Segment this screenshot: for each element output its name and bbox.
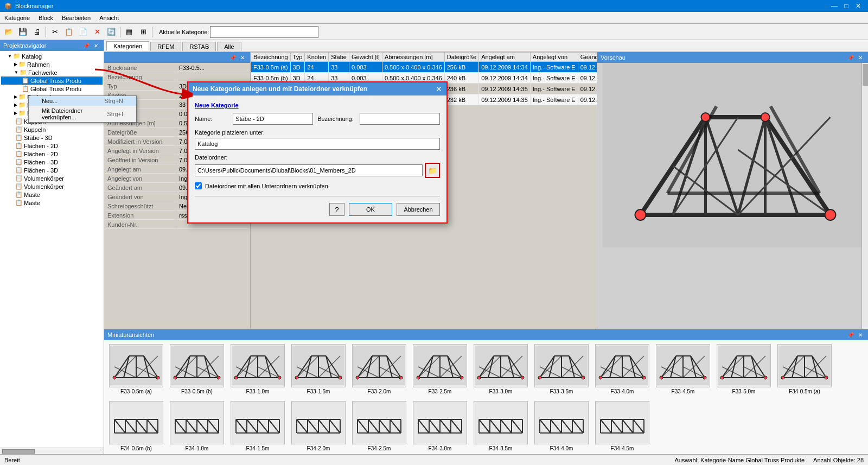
tree-item-flaechen2d-2[interactable]: 📋 Flächen - 2D — [1, 150, 103, 158]
thumbnail-item[interactable]: F33-2.0m — [349, 342, 409, 396]
thumbnail-item[interactable]: F33-4.0m — [592, 342, 652, 396]
thumbnail-item[interactable]: F34-1.0m — [167, 399, 227, 453]
thumbnail-item[interactable]: F34-0.5m (a) — [775, 342, 834, 396]
tree-item-global-truss-1[interactable]: 📋 Global Truss Produ — [1, 77, 103, 85]
thumbnail-item[interactable]: F33-1.5m — [289, 342, 348, 396]
menu-ansicht[interactable]: Ansicht — [95, 12, 123, 23]
toolbar-list[interactable]: ▦ — [123, 26, 136, 39]
thumbnail-item[interactable]: F34-3.0m — [410, 399, 470, 453]
thumbnail-image — [291, 401, 346, 444]
dialog-browse-button[interactable]: 📁 — [425, 163, 440, 178]
thumbnails-close-button[interactable]: ✕ — [856, 330, 865, 339]
col-geaendert-am: Geändert am — [578, 53, 597, 62]
table-row[interactable]: F33-0.5m (a)3D24330.0030.500 x 0.400 x 0… — [251, 62, 597, 73]
preview-canvas — [597, 63, 868, 329]
toolbar-copy[interactable]: 📋 — [62, 26, 75, 39]
tree-item-label: Global Truss Produ — [30, 86, 81, 92]
preview-pin-button[interactable]: 📌 — [846, 53, 855, 62]
dialog-dateiordner-section: Dateiordner: 📁 — [195, 154, 440, 178]
doc-icon: 📋 — [15, 183, 23, 190]
menu-bearbeiten[interactable]: Bearbeiten — [58, 12, 95, 23]
toolbar-grid[interactable]: ⊞ — [137, 26, 150, 39]
menu-kategorie[interactable]: Kategorie — [0, 12, 34, 23]
tree-item-rahmen[interactable]: ▶ 📁 Rahmen — [1, 60, 103, 68]
thumbnail-item[interactable]: F33-0.5m (b) — [167, 342, 227, 396]
details-field-value: F33-0.5... — [177, 64, 249, 72]
tree-item-global-truss-2[interactable]: 📋 Global Truss Produ — [1, 85, 103, 93]
sidebar-close-button[interactable]: ✕ — [92, 41, 100, 50]
thumbnail-item[interactable]: F34-2.5m — [349, 399, 409, 453]
thumbnail-item[interactable]: F34-0.5m (b) — [106, 399, 166, 453]
tab-alle[interactable]: Alle — [217, 42, 241, 51]
tab-rstab[interactable]: RSTAB — [182, 42, 216, 51]
tree-item-flaechen3d-2[interactable]: 📋 Flächen - 3D — [1, 166, 103, 174]
toolbar-print[interactable]: 🖨 — [30, 26, 43, 39]
thumbnail-item[interactable]: F33-1.0m — [228, 342, 288, 396]
minimize-button[interactable]: — — [829, 1, 840, 11]
tree-item-maste2[interactable]: 📋 Maste — [1, 199, 103, 207]
close-button[interactable]: ✕ — [853, 1, 864, 11]
thumbnail-image — [231, 401, 285, 444]
thumbnail-item[interactable]: F33-3.0m — [471, 342, 531, 396]
details-close-button[interactable]: ✕ — [238, 53, 247, 62]
dialog-path-input[interactable] — [195, 164, 423, 176]
thumbnail-item[interactable]: F34-2.0m — [289, 399, 348, 453]
details-field-label: Geöffnet in Version — [105, 156, 176, 164]
thumbnail-item[interactable]: F33-4.5m — [653, 342, 713, 396]
tree-item-katalog[interactable]: ▼ 📁 Katalog — [1, 52, 103, 60]
details-pin-button[interactable]: 📌 — [228, 53, 237, 62]
toolbar-cut[interactable]: ✂ — [48, 26, 61, 39]
dialog-checkbox-label: Dateiordner mit allen Unterordnern verkn… — [205, 183, 328, 189]
thumbnails-pin-button[interactable]: 📌 — [846, 330, 855, 339]
dialog-help-button[interactable]: ? — [329, 203, 344, 216]
tree-item-volumen2[interactable]: 📋 Volumenkörper — [1, 182, 103, 190]
sidebar-pin-button[interactable]: 📌 — [82, 41, 91, 50]
thumbnail-item[interactable]: F33-0.5m (a) — [106, 342, 166, 396]
thumbnail-item[interactable]: F33-3.5m — [532, 342, 591, 396]
thumbnails-row-2: F34-0.5m (b) — [104, 398, 868, 454]
thumbnail-item[interactable]: F34-4.5m — [592, 399, 652, 453]
tree-item-maste1[interactable]: 📋 Maste — [1, 190, 103, 199]
tab-rfem[interactable]: RFEM — [150, 42, 181, 51]
toolbar-refresh[interactable]: 🔄 — [105, 26, 118, 39]
col-bezeichnung: Bezeichnung — [251, 53, 291, 62]
toolbar-open[interactable]: 📂 — [2, 26, 15, 39]
thumbnail-item[interactable]: F34-1.5m — [228, 399, 288, 453]
thumbnail-item[interactable]: F34-3.5m — [471, 399, 531, 453]
tree-item-kuppeln2[interactable]: 📋 Kuppeln — [1, 125, 103, 133]
ctx-item-neu[interactable]: Neu... Strg+N — [29, 96, 136, 106]
current-category-combo[interactable] — [210, 26, 318, 38]
dialog-checkbox[interactable] — [195, 182, 202, 189]
preview-scrollbar[interactable] — [861, 63, 868, 329]
dialog-close-button[interactable]: ✕ — [436, 85, 442, 93]
tab-kategorien[interactable]: Kategorien — [106, 41, 149, 51]
tree-item-flaechen3d-1[interactable]: 📋 Flächen - 3D — [1, 158, 103, 166]
dialog-bezeichnung-input[interactable] — [360, 113, 440, 125]
thumbnail-item[interactable]: F33-2.5m — [410, 342, 470, 396]
svg-point-35 — [156, 376, 159, 379]
toolbar-delete[interactable]: ✕ — [91, 26, 104, 39]
toolbar-save[interactable]: 💾 — [16, 26, 29, 39]
menu-block[interactable]: Block — [34, 12, 58, 23]
maximize-button[interactable]: □ — [841, 1, 852, 11]
ctx-item-verknuepfen[interactable]: Mit Dateiordner verknüpfen... Strg+I — [29, 106, 136, 122]
tree-item-staebe3d[interactable]: 📋 Stäbe - 3D — [1, 133, 103, 142]
table-cell: 09.12.2009 14:34 — [479, 62, 531, 73]
tree-item-flaechen2d-1[interactable]: 📋 Flächen - 2D — [1, 142, 103, 150]
svg-point-160 — [660, 376, 663, 379]
sidebar-scroll-thumb — [2, 449, 35, 454]
dialog-cancel-button[interactable]: Abbrechen — [397, 203, 440, 216]
dialog-ok-button[interactable]: OK — [349, 203, 392, 216]
toolbar-paste[interactable]: 📄 — [76, 26, 90, 39]
tree-item-fachwerke[interactable]: ▼ 📁 Fachwerke — [1, 68, 103, 77]
thumbnail-item[interactable]: F34-4.0m — [532, 399, 591, 453]
dialog-platzieren-combo[interactable]: Katalog — [195, 138, 440, 150]
tree-item-volumen1[interactable]: 📋 Volumenkörper — [1, 174, 103, 182]
thumbnail-item[interactable]: F33-5.0m — [714, 342, 774, 396]
preview-close-button[interactable]: ✕ — [856, 53, 865, 62]
svg-point-76 — [295, 376, 298, 379]
svg-point-133 — [582, 376, 585, 379]
sidebar-scrollbar[interactable] — [0, 448, 104, 454]
dialog-name-input[interactable] — [233, 113, 313, 125]
thumbnail-label: F34-3.0m — [429, 445, 452, 451]
